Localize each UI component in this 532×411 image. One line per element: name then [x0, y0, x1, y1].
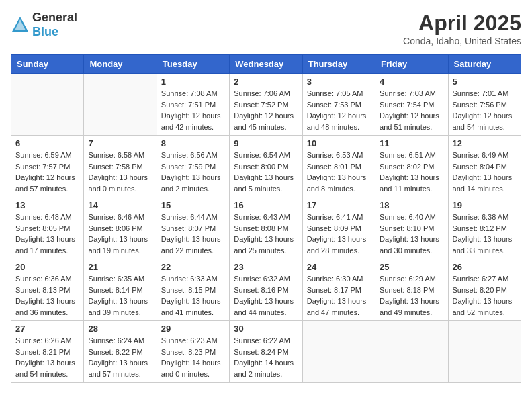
day-info: Sunrise: 6:23 AM Sunset: 8:23 PM Dayligh…: [161, 335, 225, 379]
calendar-cell: [448, 321, 521, 383]
calendar-cell: [375, 321, 448, 383]
day-info: Sunrise: 7:08 AM Sunset: 7:51 PM Dayligh…: [161, 88, 225, 132]
calendar-cell: 20Sunrise: 6:36 AM Sunset: 8:13 PM Dayli…: [11, 259, 84, 321]
calendar-cell: 3Sunrise: 7:05 AM Sunset: 7:53 PM Daylig…: [302, 74, 375, 136]
day-info: Sunrise: 6:41 AM Sunset: 8:09 PM Dayligh…: [307, 212, 371, 256]
day-number: 20: [15, 262, 79, 272]
day-info: Sunrise: 7:01 AM Sunset: 7:56 PM Dayligh…: [453, 88, 517, 132]
location-title: Conda, Idaho, United States: [403, 36, 521, 46]
day-header-sunday: Sunday: [11, 55, 84, 74]
calendar-cell: 21Sunrise: 6:35 AM Sunset: 8:14 PM Dayli…: [84, 259, 157, 321]
day-number: 21: [88, 262, 152, 272]
calendar-cell: 30Sunrise: 6:22 AM Sunset: 8:24 PM Dayli…: [230, 321, 302, 383]
calendar-cell: 23Sunrise: 6:32 AM Sunset: 8:16 PM Dayli…: [230, 259, 302, 321]
month-title: April 2025: [403, 11, 521, 36]
day-info: Sunrise: 6:22 AM Sunset: 8:24 PM Dayligh…: [234, 335, 298, 379]
day-info: Sunrise: 6:32 AM Sunset: 8:16 PM Dayligh…: [234, 273, 298, 318]
calendar-cell: 5Sunrise: 7:01 AM Sunset: 7:56 PM Daylig…: [448, 74, 521, 136]
day-number: 25: [380, 262, 443, 272]
day-number: 13: [15, 200, 79, 210]
calendar-cell: 6Sunrise: 6:59 AM Sunset: 7:57 PM Daylig…: [11, 136, 84, 197]
day-number: 22: [161, 262, 225, 272]
day-header-saturday: Saturday: [448, 55, 521, 74]
day-info: Sunrise: 6:27 AM Sunset: 8:20 PM Dayligh…: [453, 273, 517, 318]
day-number: 23: [234, 262, 298, 272]
day-number: 15: [161, 200, 225, 210]
calendar-cell: [11, 74, 84, 136]
calendar-cell: 10Sunrise: 6:53 AM Sunset: 8:01 PM Dayli…: [302, 136, 375, 197]
calendar-cell: 14Sunrise: 6:46 AM Sunset: 8:06 PM Dayli…: [84, 197, 157, 259]
week-row-1: 1Sunrise: 7:08 AM Sunset: 7:51 PM Daylig…: [11, 74, 521, 136]
calendar-cell: 4Sunrise: 7:03 AM Sunset: 7:54 PM Daylig…: [375, 74, 448, 136]
day-info: Sunrise: 6:38 AM Sunset: 8:12 PM Dayligh…: [453, 212, 517, 256]
day-info: Sunrise: 6:43 AM Sunset: 8:08 PM Dayligh…: [234, 212, 298, 256]
week-row-3: 13Sunrise: 6:48 AM Sunset: 8:05 PM Dayli…: [11, 197, 521, 259]
logo-general-text: General: [32, 11, 77, 24]
day-number: 11: [380, 138, 443, 148]
day-number: 27: [15, 324, 79, 334]
day-info: Sunrise: 6:58 AM Sunset: 7:58 PM Dayligh…: [88, 150, 152, 194]
day-header-friday: Friday: [375, 55, 448, 74]
day-number: 24: [307, 262, 371, 272]
calendar-cell: 12Sunrise: 6:49 AM Sunset: 8:04 PM Dayli…: [448, 136, 521, 197]
header: General Blue April 2025 Conda, Idaho, Un…: [11, 11, 521, 46]
calendar-cell: 15Sunrise: 6:44 AM Sunset: 8:07 PM Dayli…: [157, 197, 229, 259]
day-info: Sunrise: 6:54 AM Sunset: 8:00 PM Dayligh…: [234, 150, 298, 194]
calendar-cell: 13Sunrise: 6:48 AM Sunset: 8:05 PM Dayli…: [11, 197, 84, 259]
calendar-cell: 26Sunrise: 6:27 AM Sunset: 8:20 PM Dayli…: [448, 259, 521, 321]
day-number: 30: [234, 324, 298, 334]
week-row-5: 27Sunrise: 6:26 AM Sunset: 8:21 PM Dayli…: [11, 321, 521, 383]
day-number: 17: [307, 200, 371, 210]
day-number: 6: [15, 138, 79, 148]
calendar-cell: 24Sunrise: 6:30 AM Sunset: 8:17 PM Dayli…: [302, 259, 375, 321]
calendar-cell: 17Sunrise: 6:41 AM Sunset: 8:09 PM Dayli…: [302, 197, 375, 259]
calendar-cell: 25Sunrise: 6:29 AM Sunset: 8:18 PM Dayli…: [375, 259, 448, 321]
day-header-wednesday: Wednesday: [230, 55, 302, 74]
day-info: Sunrise: 6:40 AM Sunset: 8:10 PM Dayligh…: [380, 212, 443, 256]
day-number: 12: [453, 138, 517, 148]
day-number: 16: [234, 200, 298, 210]
day-number: 5: [453, 77, 517, 87]
title-area: April 2025 Conda, Idaho, United States: [403, 11, 521, 46]
calendar-cell: 22Sunrise: 6:33 AM Sunset: 8:15 PM Dayli…: [157, 259, 229, 321]
day-number: 2: [234, 77, 298, 87]
day-number: 9: [234, 138, 298, 148]
day-number: 18: [380, 200, 443, 210]
day-number: 1: [161, 77, 225, 87]
day-info: Sunrise: 7:03 AM Sunset: 7:54 PM Dayligh…: [380, 88, 443, 132]
day-info: Sunrise: 6:44 AM Sunset: 8:07 PM Dayligh…: [161, 212, 225, 256]
week-row-2: 6Sunrise: 6:59 AM Sunset: 7:57 PM Daylig…: [11, 136, 521, 197]
day-header-thursday: Thursday: [302, 55, 375, 74]
logo: General Blue: [11, 11, 77, 39]
day-info: Sunrise: 6:33 AM Sunset: 8:15 PM Dayligh…: [161, 273, 225, 318]
day-info: Sunrise: 6:59 AM Sunset: 7:57 PM Dayligh…: [15, 150, 79, 194]
day-info: Sunrise: 6:24 AM Sunset: 8:22 PM Dayligh…: [88, 335, 152, 379]
calendar-cell: 2Sunrise: 7:06 AM Sunset: 7:52 PM Daylig…: [230, 74, 302, 136]
day-info: Sunrise: 6:51 AM Sunset: 8:02 PM Dayligh…: [380, 150, 443, 194]
day-info: Sunrise: 7:05 AM Sunset: 7:53 PM Dayligh…: [307, 88, 371, 132]
day-number: 8: [161, 138, 225, 148]
week-row-4: 20Sunrise: 6:36 AM Sunset: 8:13 PM Dayli…: [11, 259, 521, 321]
calendar: SundayMondayTuesdayWednesdayThursdayFrid…: [11, 54, 521, 383]
calendar-cell: 27Sunrise: 6:26 AM Sunset: 8:21 PM Dayli…: [11, 321, 84, 383]
day-info: Sunrise: 6:26 AM Sunset: 8:21 PM Dayligh…: [15, 335, 79, 379]
calendar-cell: 16Sunrise: 6:43 AM Sunset: 8:08 PM Dayli…: [230, 197, 302, 259]
day-number: 4: [380, 77, 443, 87]
logo-blue-text: Blue: [32, 25, 58, 38]
day-header-monday: Monday: [84, 55, 157, 74]
day-number: 19: [453, 200, 517, 210]
calendar-cell: [84, 74, 157, 136]
day-info: Sunrise: 6:53 AM Sunset: 8:01 PM Dayligh…: [307, 150, 371, 194]
day-number: 29: [161, 324, 225, 334]
day-info: Sunrise: 6:48 AM Sunset: 8:05 PM Dayligh…: [15, 212, 79, 256]
days-header-row: SundayMondayTuesdayWednesdayThursdayFrid…: [11, 55, 521, 74]
day-info: Sunrise: 6:46 AM Sunset: 8:06 PM Dayligh…: [88, 212, 152, 256]
calendar-cell: [302, 321, 375, 383]
calendar-cell: 19Sunrise: 6:38 AM Sunset: 8:12 PM Dayli…: [448, 197, 521, 259]
logo-icon: [11, 15, 30, 34]
day-info: Sunrise: 6:36 AM Sunset: 8:13 PM Dayligh…: [15, 273, 79, 318]
day-number: 3: [307, 77, 371, 87]
calendar-cell: 7Sunrise: 6:58 AM Sunset: 7:58 PM Daylig…: [84, 136, 157, 197]
calendar-cell: 1Sunrise: 7:08 AM Sunset: 7:51 PM Daylig…: [157, 74, 229, 136]
day-info: Sunrise: 6:35 AM Sunset: 8:14 PM Dayligh…: [88, 273, 152, 318]
